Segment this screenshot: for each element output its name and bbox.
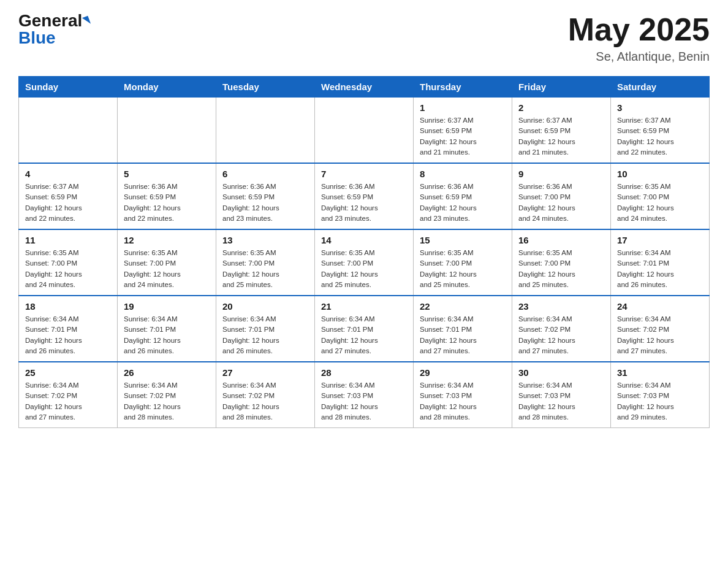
day-info: Sunrise: 6:37 AMSunset: 6:59 PMDaylight:… — [617, 115, 703, 158]
calendar-header-friday: Friday — [512, 77, 611, 98]
day-number: 4 — [25, 169, 111, 179]
day-number: 29 — [420, 367, 506, 378]
day-info: Sunrise: 6:35 AMSunset: 7:00 PMDaylight:… — [124, 248, 210, 290]
day-number: 12 — [124, 235, 210, 245]
calendar-cell: 14Sunrise: 6:35 AMSunset: 7:00 PMDayligh… — [315, 229, 414, 296]
calendar-cell: 30Sunrise: 6:34 AMSunset: 7:03 PMDayligh… — [512, 362, 611, 428]
day-number: 23 — [518, 301, 604, 312]
day-number: 24 — [617, 301, 703, 312]
calendar-table: SundayMondayTuesdayWednesdayThursdayFrid… — [18, 76, 710, 428]
day-info: Sunrise: 6:37 AMSunset: 6:59 PMDaylight:… — [518, 115, 604, 158]
logo: General Blue — [18, 12, 89, 47]
calendar-header-sunday: Sunday — [19, 77, 118, 98]
day-info: Sunrise: 6:34 AMSunset: 7:02 PMDaylight:… — [518, 314, 604, 356]
day-number: 9 — [518, 169, 604, 179]
day-number: 28 — [321, 367, 407, 378]
calendar-header-thursday: Thursday — [414, 77, 512, 98]
calendar-header-wednesday: Wednesday — [315, 77, 414, 98]
calendar-cell: 9Sunrise: 6:36 AMSunset: 7:00 PMDaylight… — [512, 163, 611, 229]
day-info: Sunrise: 6:34 AMSunset: 7:01 PMDaylight:… — [222, 314, 308, 356]
day-number: 16 — [518, 235, 604, 245]
day-number: 10 — [617, 169, 703, 179]
day-number: 15 — [420, 235, 506, 245]
day-info: Sunrise: 6:34 AMSunset: 7:01 PMDaylight:… — [420, 314, 506, 356]
day-info: Sunrise: 6:36 AMSunset: 6:59 PMDaylight:… — [124, 182, 210, 224]
calendar-header-row: SundayMondayTuesdayWednesdayThursdayFrid… — [19, 77, 710, 98]
day-number: 17 — [617, 235, 703, 245]
calendar-week-row: 11Sunrise: 6:35 AMSunset: 7:00 PMDayligh… — [19, 229, 710, 296]
calendar-week-row: 25Sunrise: 6:34 AMSunset: 7:02 PMDayligh… — [19, 362, 710, 428]
calendar-cell: 15Sunrise: 6:35 AMSunset: 7:00 PMDayligh… — [414, 229, 512, 296]
day-info: Sunrise: 6:34 AMSunset: 7:03 PMDaylight:… — [420, 380, 506, 423]
calendar-cell: 23Sunrise: 6:34 AMSunset: 7:02 PMDayligh… — [512, 296, 611, 362]
calendar-cell: 28Sunrise: 6:34 AMSunset: 7:03 PMDayligh… — [315, 362, 414, 428]
calendar-cell: 29Sunrise: 6:34 AMSunset: 7:03 PMDayligh… — [414, 362, 512, 428]
day-info: Sunrise: 6:34 AMSunset: 7:03 PMDaylight:… — [321, 380, 407, 423]
day-number: 22 — [420, 301, 506, 312]
calendar-cell: 31Sunrise: 6:34 AMSunset: 7:03 PMDayligh… — [611, 362, 710, 428]
calendar-cell: 2Sunrise: 6:37 AMSunset: 6:59 PMDaylight… — [512, 98, 611, 164]
calendar-cell — [315, 98, 414, 164]
calendar-cell: 25Sunrise: 6:34 AMSunset: 7:02 PMDayligh… — [19, 362, 118, 428]
calendar-cell: 26Sunrise: 6:34 AMSunset: 7:02 PMDayligh… — [118, 362, 216, 428]
calendar-cell: 16Sunrise: 6:35 AMSunset: 7:00 PMDayligh… — [512, 229, 611, 296]
day-number: 1 — [420, 102, 506, 113]
calendar-cell: 20Sunrise: 6:34 AMSunset: 7:01 PMDayligh… — [216, 296, 315, 362]
page-header: General Blue May 2025 Se, Atlantique, Be… — [18, 12, 710, 64]
day-info: Sunrise: 6:34 AMSunset: 7:01 PMDaylight:… — [124, 314, 210, 356]
day-info: Sunrise: 6:34 AMSunset: 7:01 PMDaylight:… — [321, 314, 407, 356]
calendar-cell: 5Sunrise: 6:36 AMSunset: 6:59 PMDaylight… — [118, 163, 216, 229]
logo-general-text: General — [18, 12, 82, 29]
calendar-location: Se, Atlantique, Benin — [568, 50, 710, 64]
calendar-cell: 22Sunrise: 6:34 AMSunset: 7:01 PMDayligh… — [414, 296, 512, 362]
calendar-cell: 3Sunrise: 6:37 AMSunset: 6:59 PMDaylight… — [611, 98, 710, 164]
day-info: Sunrise: 6:35 AMSunset: 7:00 PMDaylight:… — [617, 182, 703, 224]
day-info: Sunrise: 6:34 AMSunset: 7:01 PMDaylight:… — [25, 314, 111, 356]
day-info: Sunrise: 6:34 AMSunset: 7:02 PMDaylight:… — [25, 380, 111, 423]
day-info: Sunrise: 6:35 AMSunset: 7:00 PMDaylight:… — [25, 248, 111, 290]
day-info: Sunrise: 6:37 AMSunset: 6:59 PMDaylight:… — [420, 115, 506, 158]
day-number: 7 — [321, 169, 407, 179]
day-number: 2 — [518, 102, 604, 113]
calendar-cell: 10Sunrise: 6:35 AMSunset: 7:00 PMDayligh… — [611, 163, 710, 229]
day-info: Sunrise: 6:37 AMSunset: 6:59 PMDaylight:… — [25, 182, 111, 224]
day-info: Sunrise: 6:36 AMSunset: 6:59 PMDaylight:… — [222, 182, 308, 224]
day-info: Sunrise: 6:35 AMSunset: 7:00 PMDaylight:… — [222, 248, 308, 290]
calendar-cell — [19, 98, 118, 164]
calendar-cell: 4Sunrise: 6:37 AMSunset: 6:59 PMDaylight… — [19, 163, 118, 229]
day-number: 26 — [124, 367, 210, 378]
calendar-week-row: 18Sunrise: 6:34 AMSunset: 7:01 PMDayligh… — [19, 296, 710, 362]
calendar-header-saturday: Saturday — [611, 77, 710, 98]
day-number: 8 — [420, 169, 506, 179]
day-info: Sunrise: 6:34 AMSunset: 7:03 PMDaylight:… — [518, 380, 604, 423]
day-info: Sunrise: 6:35 AMSunset: 7:00 PMDaylight:… — [321, 248, 407, 290]
calendar-cell: 8Sunrise: 6:36 AMSunset: 6:59 PMDaylight… — [414, 163, 512, 229]
day-number: 21 — [321, 301, 407, 312]
calendar-header-tuesday: Tuesday — [216, 77, 315, 98]
day-number: 11 — [25, 235, 111, 245]
day-info: Sunrise: 6:35 AMSunset: 7:00 PMDaylight:… — [420, 248, 506, 290]
logo-triangle-icon — [82, 16, 91, 26]
day-info: Sunrise: 6:36 AMSunset: 6:59 PMDaylight:… — [420, 182, 506, 224]
calendar-cell: 21Sunrise: 6:34 AMSunset: 7:01 PMDayligh… — [315, 296, 414, 362]
day-number: 13 — [222, 235, 308, 245]
calendar-cell: 19Sunrise: 6:34 AMSunset: 7:01 PMDayligh… — [118, 296, 216, 362]
day-info: Sunrise: 6:34 AMSunset: 7:01 PMDaylight:… — [617, 248, 703, 290]
logo-blue-text: Blue — [18, 29, 56, 47]
day-number: 18 — [25, 301, 111, 312]
day-info: Sunrise: 6:36 AMSunset: 7:00 PMDaylight:… — [518, 182, 604, 224]
day-number: 30 — [518, 367, 604, 378]
calendar-title: May 2025 — [568, 12, 710, 47]
calendar-cell — [216, 98, 315, 164]
calendar-cell: 27Sunrise: 6:34 AMSunset: 7:02 PMDayligh… — [216, 362, 315, 428]
day-number: 14 — [321, 235, 407, 245]
calendar-week-row: 4Sunrise: 6:37 AMSunset: 6:59 PMDaylight… — [19, 163, 710, 229]
day-number: 19 — [124, 301, 210, 312]
day-number: 20 — [222, 301, 308, 312]
day-info: Sunrise: 6:35 AMSunset: 7:00 PMDaylight:… — [518, 248, 604, 290]
day-number: 6 — [222, 169, 308, 179]
day-info: Sunrise: 6:34 AMSunset: 7:02 PMDaylight:… — [617, 314, 703, 356]
day-info: Sunrise: 6:34 AMSunset: 7:02 PMDaylight:… — [124, 380, 210, 423]
day-number: 31 — [617, 367, 703, 378]
calendar-header-monday: Monday — [118, 77, 216, 98]
